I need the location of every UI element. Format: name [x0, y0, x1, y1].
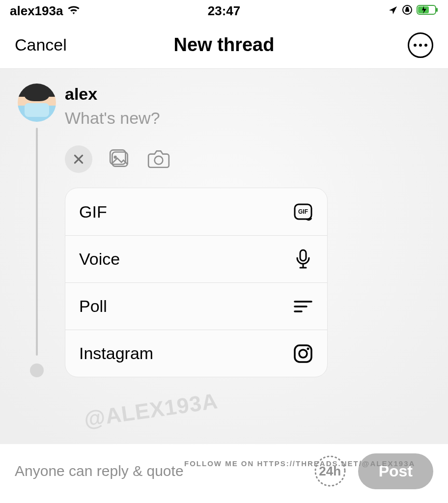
status-bar: alex193a 23:47 [0, 0, 448, 22]
gallery-icon[interactable] [107, 146, 132, 172]
cancel-button[interactable]: Cancel [15, 35, 67, 55]
attachment-toolbar [65, 145, 433, 173]
svg-rect-14 [295, 345, 311, 362]
thread-line [36, 128, 38, 356]
menu-item-instagram[interactable]: Instagram [65, 330, 327, 377]
menu-item-label: Voice [79, 250, 120, 269]
page-title: New thread [174, 34, 275, 56]
compose-input[interactable]: What's new? [65, 109, 433, 128]
avatar[interactable] [18, 84, 56, 122]
close-attachments-button[interactable] [65, 145, 92, 173]
svg-text:GIF: GIF [298, 208, 308, 215]
reply-scope-button[interactable]: Anyone can reply & quote [15, 463, 184, 479]
expiry-pill[interactable]: 24h [313, 454, 347, 488]
svg-rect-10 [300, 250, 306, 261]
poll-icon [293, 296, 313, 317]
wifi-icon [67, 3, 81, 19]
location-icon [388, 3, 398, 19]
follow-tag: FOLLOW ME ON HTTPS://THREADS.NET/@ALEX19… [184, 459, 415, 468]
svg-point-7 [155, 156, 163, 165]
camera-icon[interactable] [146, 146, 171, 172]
footer: Anyone can reply & quote 24h Post [0, 444, 448, 503]
gif-icon: GIF [293, 201, 313, 222]
attachment-menu: GIF GIF Voice Poll [65, 188, 328, 377]
menu-item-voice[interactable]: Voice [65, 235, 327, 282]
menu-item-label: GIF [79, 202, 107, 222]
watermark: @ALEX193A [83, 389, 220, 432]
nav-bar: Cancel New thread [0, 22, 448, 69]
more-options-button[interactable] [408, 32, 433, 58]
instagram-icon [293, 343, 313, 364]
svg-point-17 [315, 456, 345, 486]
svg-point-6 [114, 156, 117, 159]
microphone-icon [293, 249, 313, 270]
composer-area: alex What's new? GIF GIF [0, 69, 448, 444]
orientation-lock-icon [402, 3, 413, 19]
menu-item-gif[interactable]: GIF GIF [65, 188, 327, 235]
username-label: alex [65, 84, 433, 104]
carrier-name: alex193a [10, 3, 63, 19]
post-button[interactable]: Post [358, 453, 433, 489]
menu-item-label: Instagram [79, 344, 153, 363]
menu-item-label: Poll [79, 297, 107, 316]
clock: 23:47 [208, 3, 241, 19]
svg-point-15 [299, 350, 307, 358]
battery-charging-icon [417, 3, 438, 19]
add-thread-dot[interactable] [30, 363, 44, 377]
menu-item-poll[interactable]: Poll [65, 282, 327, 330]
svg-point-16 [307, 347, 309, 350]
svg-rect-3 [436, 8, 438, 12]
